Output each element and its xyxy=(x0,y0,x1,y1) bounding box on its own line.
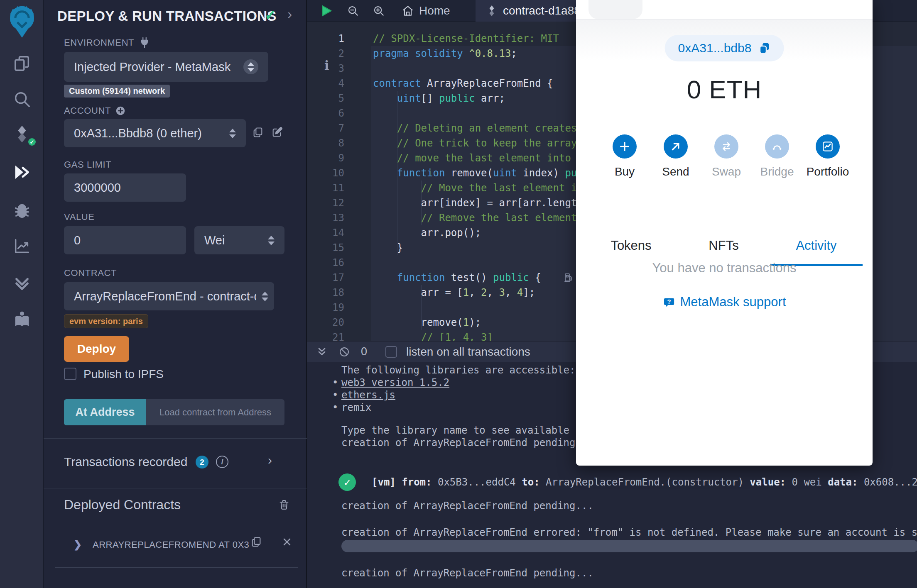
line-number: 16 xyxy=(307,255,356,270)
trash-icon[interactable] xyxy=(278,499,290,510)
code-line: // [1, 4, 3] xyxy=(373,330,493,341)
tab-activity[interactable]: Activity xyxy=(770,237,863,255)
line-number: 2 xyxy=(307,46,356,61)
unit-testing-icon[interactable] xyxy=(0,273,44,292)
deployed-row-chevron-icon[interactable]: ❯ xyxy=(74,539,82,550)
code-line: function test() public { xyxy=(373,270,541,285)
gas-limit-input[interactable]: 3000000 xyxy=(64,173,186,202)
code-line: contract ArrayReplaceFromEnd { xyxy=(373,76,553,91)
bridge-button: Bridge xyxy=(752,134,802,178)
file-explorer-icon[interactable] xyxy=(0,54,44,73)
environment-select[interactable]: Injected Provider - MetaMask xyxy=(64,52,268,82)
run-script-play-icon[interactable] xyxy=(319,4,333,18)
transaction-log-row[interactable]: ✓[vm] from: 0x5B3...eddC4 to: ArrayRepla… xyxy=(338,473,917,491)
account-address-pill[interactable]: 0xA31...bdb8 xyxy=(665,35,784,61)
code-line: pragma solidity ^0.8.13; xyxy=(373,46,517,61)
terminal-log-line: creation of ArrayReplaceFromEnd pending.… xyxy=(341,436,593,449)
code-line: arr[index] = arr[arr.lengt xyxy=(373,195,577,210)
home-icon xyxy=(402,5,414,17)
network-selector-pill[interactable] xyxy=(588,0,642,19)
transactions-chevron-icon[interactable]: › xyxy=(268,453,272,467)
gas-estimate-icon xyxy=(564,273,574,283)
environment-info-icon[interactable]: i xyxy=(324,58,329,73)
terminal-log-line: creation of ArrayReplaceFromEnd pending.… xyxy=(341,499,593,512)
metamask-support-link[interactable]: ? MetaMask support xyxy=(576,295,873,310)
empty-transactions-text: You have no transactions xyxy=(576,261,873,276)
close-icon[interactable] xyxy=(282,537,292,547)
at-address-group: At Address Load contract from Address xyxy=(64,399,284,425)
code-line: } xyxy=(373,240,403,255)
transactions-count-badge: 2 xyxy=(196,456,208,468)
line-number: 5 xyxy=(307,91,356,106)
plug-icon xyxy=(138,37,151,49)
expand-terminal-icon[interactable] xyxy=(316,346,328,358)
deploy-run-panel: DEPLOY & RUN TRANSACTIONS ✓ › ENVIRONMEN… xyxy=(44,0,307,588)
code-line: arr = [1, 2, 3, 4]; xyxy=(373,285,535,300)
terminal-scrollbar[interactable] xyxy=(341,540,917,552)
clear-console-icon[interactable] xyxy=(338,346,350,358)
load-contract-address-input[interactable]: Load contract from Address xyxy=(146,399,284,425)
swap-button: Swap xyxy=(701,134,751,178)
learneth-icon[interactable] xyxy=(0,310,44,329)
send-arrow-icon xyxy=(664,134,688,159)
search-icon[interactable] xyxy=(0,90,44,109)
value-input[interactable]: 0 xyxy=(64,226,186,254)
statistics-icon[interactable] xyxy=(0,237,44,256)
transactions-info-icon[interactable]: i xyxy=(216,456,228,468)
gas-limit-label: GAS LIMIT xyxy=(64,159,111,170)
line-number: 18 xyxy=(307,285,356,300)
line-number: 12 xyxy=(307,195,356,210)
line-number: 1 xyxy=(307,31,356,46)
code-line: // Deleting an element creates xyxy=(373,121,577,136)
contract-select[interactable]: ArrayReplaceFromEnd - contract-d1a881.so… xyxy=(64,282,274,310)
line-number: 6 xyxy=(307,106,356,121)
at-address-button[interactable]: At Address xyxy=(64,399,146,425)
library-link[interactable]: ethers.js xyxy=(341,388,395,402)
debugger-icon[interactable] xyxy=(0,201,44,220)
zoom-in-icon[interactable] xyxy=(373,5,385,17)
evm-version-badge: evm version: paris xyxy=(64,314,148,328)
code-line: remove(1); xyxy=(373,315,481,330)
line-number: 19 xyxy=(307,300,356,315)
tab-nfts[interactable]: NFTs xyxy=(677,237,770,255)
line-number: 14 xyxy=(307,225,356,240)
account-select[interactable]: 0xA31...Bbdb8 (0 ether) xyxy=(64,119,246,147)
icon-sidebar: ✓ xyxy=(0,0,44,588)
line-number: 21 xyxy=(307,330,356,341)
send-button[interactable]: Send xyxy=(651,134,701,178)
buy-button[interactable]: Buy xyxy=(600,134,650,178)
portfolio-button[interactable]: Portfolio xyxy=(803,134,853,178)
deploy-button[interactable]: Deploy xyxy=(64,336,129,362)
value-unit-select[interactable]: Wei xyxy=(194,226,284,254)
tab-home[interactable]: Home xyxy=(402,0,450,22)
select-arrows-icon xyxy=(262,292,268,301)
edit-account-icon[interactable] xyxy=(271,127,283,138)
terminal-log-line: The following libraries are accessible: xyxy=(341,364,576,377)
terminal-log-line: creation of ArrayReplaceFromEnd errored:… xyxy=(341,526,917,539)
line-number: 3 xyxy=(307,61,356,76)
zoom-out-icon[interactable] xyxy=(347,5,359,17)
listen-transactions-label: listen on all transactions xyxy=(406,345,530,359)
library-link[interactable]: web3 version 1.5.2 xyxy=(341,376,449,389)
code-line: function remove(uint index) pu xyxy=(373,166,577,181)
solidity-file-icon xyxy=(486,5,497,17)
transaction-log-text: [vm] from: 0x5B3...eddC4 to: ArrayReplac… xyxy=(372,476,917,488)
support-question-icon: ? xyxy=(663,296,675,308)
plus-circle-icon[interactable] xyxy=(115,105,126,116)
deployed-contract-row[interactable]: ARRAYREPLACEFROMEND AT 0X3 xyxy=(93,539,249,550)
line-number: 20 xyxy=(307,315,356,330)
account-label: ACCOUNT xyxy=(64,105,126,116)
panel-chevron-right-icon[interactable]: › xyxy=(287,6,292,22)
deploy-run-icon[interactable] xyxy=(0,163,44,182)
line-number: 17 xyxy=(307,270,356,285)
divider xyxy=(44,488,307,488)
solidity-compiler-icon[interactable]: ✓ xyxy=(0,124,44,144)
action-label: Portfolio xyxy=(807,165,849,178)
copy-contract-icon[interactable] xyxy=(250,536,262,548)
listen-transactions-checkbox[interactable] xyxy=(385,346,397,358)
tab-tokens[interactable]: Tokens xyxy=(585,237,677,255)
copy-account-icon[interactable] xyxy=(252,127,264,138)
publish-ipfs-checkbox[interactable] xyxy=(64,368,76,380)
divider xyxy=(44,438,307,439)
environment-label: ENVIRONMENT xyxy=(64,37,151,49)
